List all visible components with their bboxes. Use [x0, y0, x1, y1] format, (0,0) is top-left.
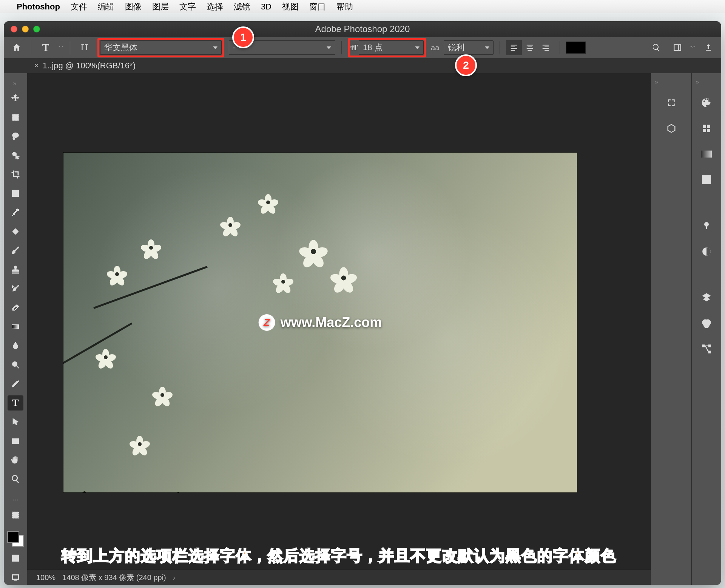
- search-button[interactable]: [648, 39, 665, 56]
- gradients-icon[interactable]: [698, 146, 715, 162]
- watermark-text: www.MacZ.com: [281, 315, 382, 330]
- font-size-value: 18 点: [363, 42, 383, 53]
- svg-point-1: [12, 133, 19, 137]
- patch-tool[interactable]: [8, 224, 23, 239]
- chevron-down-icon[interactable]: ﹀: [690, 44, 696, 51]
- grip-icon[interactable]: »: [13, 80, 18, 87]
- quick-mask-button[interactable]: [8, 551, 23, 566]
- menu-item[interactable]: 窗口: [309, 1, 326, 12]
- channels-icon[interactable]: [698, 315, 715, 332]
- text-color-swatch[interactable]: [566, 42, 586, 54]
- history-icon[interactable]: [663, 94, 680, 111]
- svg-point-13: [705, 222, 708, 226]
- anti-alias-value: 锐利: [448, 42, 464, 53]
- svg-rect-0: [12, 114, 19, 120]
- menu-item[interactable]: 视图: [282, 1, 299, 12]
- align-center-button[interactable]: [522, 40, 538, 55]
- menu-item[interactable]: 编辑: [98, 1, 114, 12]
- anti-alias-label: aa: [431, 43, 439, 52]
- svg-point-10: [14, 557, 17, 560]
- left-toolbar: » T ⋯: [4, 73, 27, 585]
- type-tool[interactable]: T: [8, 395, 23, 411]
- zoom-level[interactable]: 100%: [36, 573, 56, 582]
- menu-item[interactable]: 帮助: [336, 1, 353, 12]
- text-orientation-button[interactable]: [76, 39, 93, 56]
- tutorial-caption: 转到上方的选项栏选择字体，然后选择字号，并且不更改默认为黑色的字体颜色: [27, 545, 651, 566]
- paths-icon[interactable]: [698, 341, 715, 357]
- font-size-icon: TT: [350, 43, 356, 52]
- font-size-dropdown[interactable]: 18 点: [359, 40, 424, 55]
- eyedropper-tool[interactable]: [8, 205, 23, 220]
- fullscreen-dot-icon[interactable]: [33, 26, 40, 32]
- svg-rect-5: [12, 325, 19, 329]
- collapse-icon[interactable]: »: [655, 79, 658, 85]
- layers-icon[interactable]: [698, 289, 715, 306]
- rectangle-tool[interactable]: [8, 433, 23, 448]
- color-icon[interactable]: [698, 94, 715, 111]
- edit-toolbar-button[interactable]: [8, 507, 23, 522]
- properties-icon[interactable]: [698, 218, 715, 234]
- document-canvas[interactable]: Z www.MacZ.com: [63, 153, 577, 492]
- status-caret-icon[interactable]: ›: [173, 573, 176, 582]
- lasso-tool[interactable]: [8, 129, 23, 144]
- threed-icon[interactable]: [663, 120, 680, 137]
- pen-tool[interactable]: [8, 376, 23, 391]
- canvas-area[interactable]: Z www.MacZ.com: [27, 73, 651, 570]
- adjustments-icon[interactable]: [698, 243, 715, 260]
- frame-tool[interactable]: [8, 186, 23, 201]
- screen-mode-button[interactable]: [8, 569, 23, 585]
- titlebar: Adobe Photoshop 2020: [4, 21, 721, 37]
- align-left-button[interactable]: [506, 40, 522, 55]
- gradient-tool[interactable]: [8, 319, 23, 334]
- history-brush-tool[interactable]: [8, 281, 23, 296]
- home-button[interactable]: [8, 39, 25, 56]
- menu-item[interactable]: 文件: [71, 1, 87, 12]
- hand-tool[interactable]: [8, 452, 23, 468]
- quick-select-tool[interactable]: [8, 148, 23, 163]
- type-tool-icon[interactable]: T: [37, 39, 54, 56]
- minimize-dot-icon[interactable]: [22, 26, 29, 32]
- foreground-background-swatch[interactable]: [7, 531, 24, 547]
- share-button[interactable]: [700, 39, 717, 56]
- menu-item[interactable]: 选择: [207, 1, 223, 12]
- svg-point-6: [12, 362, 17, 366]
- menu-item[interactable]: 文字: [179, 1, 196, 12]
- font-family-dropdown[interactable]: 华文黑体: [100, 40, 222, 55]
- chevron-down-icon[interactable]: ﹀: [59, 44, 64, 51]
- foreground-color-icon: [7, 531, 19, 543]
- doc-info[interactable]: 1408 像素 x 934 像素 (240 ppi): [62, 573, 166, 583]
- svg-rect-11: [701, 151, 712, 158]
- crop-tool[interactable]: [8, 167, 23, 182]
- marquee-tool[interactable]: [8, 110, 23, 125]
- align-right-button[interactable]: [538, 40, 554, 55]
- menu-app[interactable]: Photoshop: [17, 2, 60, 12]
- workspace-button[interactable]: [669, 39, 686, 56]
- chevron-down-icon: [485, 46, 489, 49]
- mac-menubar: Photoshop 文件 编辑 图像 图层 文字 选择 滤镜 3D 视图 窗口 …: [0, 0, 725, 13]
- tab-close-button[interactable]: ×: [34, 61, 39, 71]
- stamp-tool[interactable]: [8, 262, 23, 277]
- anti-alias-dropdown[interactable]: 锐利: [444, 40, 494, 55]
- menu-item[interactable]: 图像: [125, 1, 142, 12]
- collapse-icon[interactable]: »: [696, 79, 699, 85]
- move-tool[interactable]: [8, 91, 23, 106]
- brush-tool[interactable]: [8, 243, 23, 258]
- status-bar: 100% 1408 像素 x 934 像素 (240 ppi) ›: [27, 569, 651, 585]
- swatches-icon[interactable]: [698, 120, 715, 137]
- svg-rect-8: [12, 512, 19, 518]
- patterns-icon[interactable]: [698, 171, 715, 188]
- menu-item[interactable]: 3D: [261, 2, 271, 12]
- close-dot-icon[interactable]: [11, 26, 17, 32]
- more-tools-icon[interactable]: ⋯: [12, 496, 19, 503]
- document-tab[interactable]: 1..jpg @ 100%(RGB/16*): [43, 61, 136, 71]
- dodge-tool[interactable]: [8, 357, 23, 372]
- path-select-tool[interactable]: [8, 414, 23, 429]
- menu-item[interactable]: 图层: [152, 1, 169, 12]
- divider: [341, 41, 342, 54]
- blur-tool[interactable]: [8, 338, 23, 353]
- menu-item[interactable]: 滤镜: [234, 1, 250, 12]
- eraser-tool[interactable]: [8, 300, 23, 315]
- chevron-down-icon: [415, 46, 420, 49]
- zoom-tool[interactable]: [8, 471, 23, 486]
- app-window: Adobe Photoshop 2020 T ﹀ 华文黑体 - TT: [4, 21, 721, 585]
